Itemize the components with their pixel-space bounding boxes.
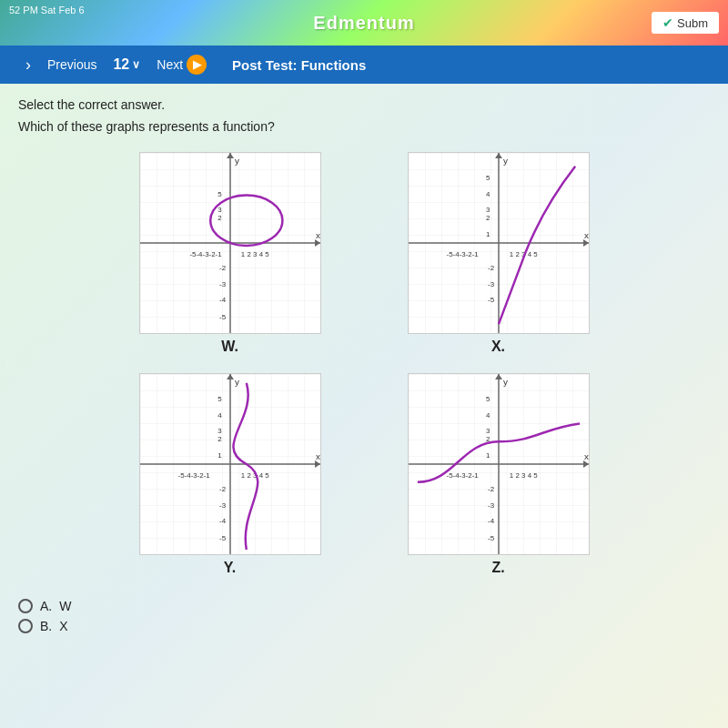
svg-text:4: 4 (217, 411, 222, 420)
svg-text:3: 3 (486, 206, 490, 214)
graph-x: x y 5 4 3 2 1 -5-4-3-2-1 1 2 3 4 5 -2 -3… (408, 152, 590, 334)
previous-button[interactable]: Previous (40, 54, 104, 76)
svg-text:4: 4 (486, 190, 490, 198)
next-label: Next (157, 57, 183, 72)
svg-text:3: 3 (217, 427, 222, 435)
graph-w: x y 5 3 2 -5-4-3-2-1 1 2 3 4 5 -2 -3 -4 … (139, 152, 321, 334)
svg-text:-4: -4 (219, 296, 227, 304)
svg-text:-5-4-3-2-1: -5-4-3-2-1 (446, 471, 479, 480)
time-date: 52 PM Sat Feb 6 (9, 5, 85, 15)
graph-y-label: Y. (224, 560, 236, 576)
graph-w-label: W. (221, 339, 238, 355)
svg-text:-5: -5 (488, 296, 495, 304)
svg-text:x: x (316, 230, 320, 240)
question-number[interactable]: 12 ∨ (113, 56, 140, 73)
answer-a-value: W (59, 599, 71, 613)
answer-b-label: B. (40, 619, 52, 633)
next-circle-icon: ▶ (187, 55, 207, 75)
svg-text:-4: -4 (219, 517, 227, 525)
svg-text:-5-4-3-2-1: -5-4-3-2-1 (446, 250, 479, 258)
graph-w-wrapper: x y 5 3 2 -5-4-3-2-1 1 2 3 4 5 -2 -3 -4 … (109, 152, 350, 355)
svg-text:-3: -3 (219, 501, 227, 510)
content-area: Select the correct answer. Which of thes… (0, 84, 728, 728)
radio-b[interactable] (18, 619, 33, 633)
svg-text:-2: -2 (219, 264, 226, 272)
chevron-down-icon: ∨ (132, 58, 140, 71)
svg-text:-2: -2 (219, 485, 226, 493)
svg-text:-5: -5 (219, 534, 227, 542)
answer-choices: A. W B. X (18, 599, 710, 633)
svg-text:1: 1 (217, 451, 222, 460)
svg-text:y: y (502, 156, 507, 166)
answer-choice-b[interactable]: B. X (18, 619, 710, 633)
svg-text:5: 5 (486, 174, 490, 182)
svg-text:4: 4 (486, 411, 490, 420)
svg-text:y: y (234, 377, 238, 387)
svg-text:1: 1 (486, 451, 490, 460)
svg-text:3: 3 (217, 206, 222, 214)
top-bar: 52 PM Sat Feb 6 Edmentum ✔ Subm (0, 0, 728, 46)
svg-text:y: y (502, 377, 507, 387)
graphs-container: x y 5 3 2 -5-4-3-2-1 1 2 3 4 5 -2 -3 -4 … (109, 152, 619, 576)
app-title: Edmentum (313, 13, 414, 34)
answer-a-label: A. (40, 599, 52, 613)
svg-text:-5: -5 (219, 313, 227, 321)
svg-text:1: 1 (486, 230, 490, 238)
question-number-value: 12 (113, 56, 129, 73)
test-title: Post Test: Functions (232, 57, 366, 73)
svg-text:x: x (316, 451, 320, 461)
svg-text:-3: -3 (488, 280, 495, 288)
svg-text:2: 2 (217, 214, 221, 222)
submit-button[interactable]: ✔ Subm (652, 12, 719, 34)
svg-text:2: 2 (217, 435, 221, 443)
svg-text:y: y (234, 156, 238, 166)
checkmark-icon: ✔ (662, 15, 673, 30)
answer-b-value: X (59, 619, 67, 633)
forward-arrow-icon[interactable]: › (25, 56, 31, 75)
svg-text:-5-4-3-2-1: -5-4-3-2-1 (177, 471, 210, 480)
radio-a[interactable] (18, 599, 33, 613)
svg-text:-3: -3 (488, 501, 495, 510)
svg-text:-5-4-3-2-1: -5-4-3-2-1 (189, 250, 222, 258)
svg-text:-4: -4 (488, 517, 495, 525)
svg-text:x: x (584, 451, 589, 461)
submit-label: Subm (677, 16, 708, 30)
svg-text:1 2 3 4 5: 1 2 3 4 5 (509, 471, 537, 480)
graph-x-label: X. (491, 339, 505, 355)
nav-bar: ‹ › Previous 12 ∨ Next ▶ Post Test: Func… (0, 46, 728, 84)
graph-y: x y 5 4 3 2 1 -5-4-3-2-1 1 2 3 4 5 -2 -3… (139, 373, 321, 555)
svg-text:5: 5 (486, 395, 490, 403)
svg-text:3: 3 (486, 427, 490, 435)
answer-choice-a[interactable]: A. W (18, 599, 710, 613)
graph-z: x y 5 4 3 2 1 -5-4-3-2-1 1 2 3 4 5 -2 -3… (408, 373, 590, 555)
svg-text:2: 2 (486, 214, 490, 222)
svg-text:5: 5 (217, 190, 222, 198)
graph-y-wrapper: x y 5 4 3 2 1 -5-4-3-2-1 1 2 3 4 5 -2 -3… (109, 373, 350, 576)
svg-text:-5: -5 (488, 534, 495, 542)
instruction-text: Select the correct answer. (18, 97, 710, 112)
svg-text:-3: -3 (219, 280, 227, 288)
svg-text:1 2 3 4 5: 1 2 3 4 5 (240, 250, 268, 258)
graph-x-wrapper: x y 5 4 3 2 1 -5-4-3-2-1 1 2 3 4 5 -2 -3… (378, 152, 619, 355)
previous-label: Previous (47, 57, 96, 72)
svg-text:5: 5 (217, 395, 222, 403)
svg-text:-2: -2 (488, 264, 494, 272)
graph-z-label: Z. (491, 560, 504, 576)
next-button[interactable]: Next ▶ (149, 51, 214, 78)
svg-text:x: x (584, 230, 589, 240)
graph-z-wrapper: x y 5 4 3 2 1 -5-4-3-2-1 1 2 3 4 5 -2 -3… (378, 373, 619, 576)
svg-text:-2: -2 (488, 485, 494, 493)
question-text: Which of these graphs represents a funct… (18, 119, 710, 134)
